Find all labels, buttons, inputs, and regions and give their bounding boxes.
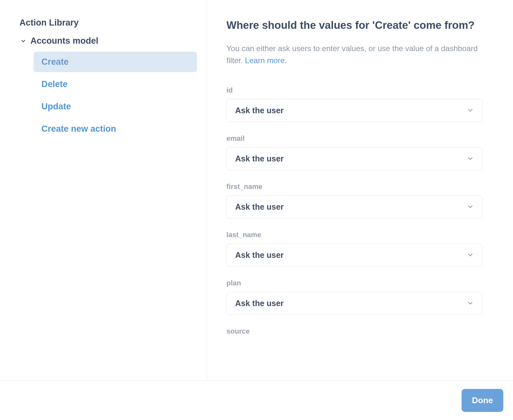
- page-description: You can either ask users to enter values…: [226, 42, 483, 66]
- sidebar: Action Library Accounts model Create Del…: [0, 0, 207, 420]
- sidebar-title: Action Library: [19, 18, 197, 28]
- select-value: Ask the user: [235, 299, 284, 308]
- sidebar-item-label: Create new action: [41, 124, 116, 134]
- select-value: Ask the user: [235, 106, 284, 115]
- page-title: Where should the values for 'Create' com…: [226, 18, 483, 33]
- field-label: email: [226, 134, 483, 143]
- select-last-name[interactable]: Ask the user: [226, 244, 483, 267]
- field-label: source: [226, 327, 483, 336]
- chevron-down-icon: [467, 203, 474, 210]
- sidebar-item-label: Update: [41, 102, 71, 111]
- model-name: Accounts model: [30, 36, 98, 46]
- sidebar-item-label: Delete: [41, 79, 68, 89]
- done-button[interactable]: Done: [462, 389, 503, 412]
- field-label: plan: [226, 279, 483, 287]
- model-toggle[interactable]: Accounts model: [19, 36, 197, 46]
- chevron-down-icon: [467, 155, 474, 162]
- field-label: last_name: [226, 231, 483, 239]
- field-group-last-name: last_name Ask the user: [226, 231, 483, 267]
- field-group-first-name: first_name Ask the user: [226, 182, 483, 218]
- select-value: Ask the user: [235, 154, 284, 163]
- select-id[interactable]: Ask the user: [226, 99, 483, 122]
- chevron-down-icon: [467, 300, 474, 307]
- sidebar-item-delete[interactable]: Delete: [34, 74, 197, 94]
- select-first-name[interactable]: Ask the user: [226, 195, 483, 218]
- field-group-id: id Ask the user: [226, 86, 483, 122]
- field-group-source: source: [226, 327, 483, 336]
- field-group-plan: plan Ask the user: [226, 279, 483, 315]
- select-value: Ask the user: [235, 202, 284, 212]
- sidebar-item-create[interactable]: Create: [34, 52, 197, 72]
- field-label: first_name: [226, 182, 483, 191]
- field-label: id: [226, 86, 483, 94]
- footer: Done: [0, 381, 513, 420]
- chevron-down-icon: [467, 107, 474, 114]
- select-email[interactable]: Ask the user: [226, 147, 483, 170]
- sidebar-item-update[interactable]: Update: [34, 96, 197, 117]
- sidebar-item-create-new-action[interactable]: Create new action: [34, 119, 197, 139]
- field-group-email: email Ask the user: [226, 134, 483, 170]
- learn-more-link[interactable]: Learn more.: [245, 56, 287, 65]
- sidebar-item-label: Create: [41, 57, 69, 67]
- select-plan[interactable]: Ask the user: [226, 292, 483, 315]
- main-panel: Where should the values for 'Create' com…: [207, 0, 502, 420]
- chevron-down-icon: [20, 38, 27, 44]
- action-list: Create Delete Update Create new action: [19, 52, 197, 139]
- select-value: Ask the user: [235, 250, 284, 260]
- chevron-down-icon: [467, 251, 474, 259]
